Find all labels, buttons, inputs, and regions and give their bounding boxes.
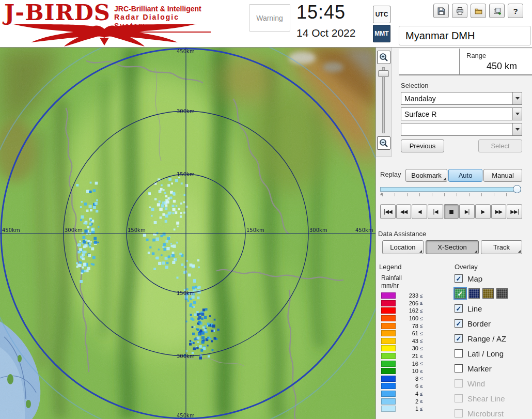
wind-checkbox	[455, 379, 463, 387]
legend-row: 6≤	[381, 382, 448, 390]
print-button[interactable]	[452, 4, 467, 18]
utc-toggle-button[interactable]: UTC	[373, 6, 390, 23]
open-folder-icon	[474, 7, 483, 15]
playback-skip-to-end-button[interactable]: ▶▶|	[507, 204, 522, 219]
legend-unit: mm/hr	[381, 282, 399, 289]
product-dropdown-value: Surface R	[401, 108, 512, 120]
zoom-out-button[interactable]	[377, 136, 390, 150]
overlay-item-line[interactable]: Line	[455, 303, 532, 314]
zoom-slider-thumb[interactable]	[378, 70, 389, 77]
extra-dropdown[interactable]	[401, 123, 522, 136]
range-ring-label: 300km	[177, 353, 195, 359]
save-button[interactable]	[433, 4, 449, 18]
border-checkbox[interactable]	[455, 319, 463, 328]
marker-checkbox[interactable]	[455, 364, 463, 373]
lte-symbol: ≤	[420, 331, 423, 336]
toolbar: ?	[433, 4, 523, 18]
help-button[interactable]: ?	[508, 4, 523, 18]
playback-stop-button[interactable]: ■	[444, 204, 459, 219]
mmt-toggle-button[interactable]: MMT	[373, 25, 390, 42]
legend-label: Legend	[379, 263, 401, 271]
range-az-label: Range / AZ	[467, 334, 506, 343]
lte-symbol: ≤	[420, 323, 423, 329]
overlay-item-lati-long[interactable]: Lati / Long	[455, 348, 532, 359]
timeline-thumb[interactable]	[513, 185, 521, 193]
x-section-button[interactable]: X-Section	[426, 240, 479, 254]
timeline-track[interactable]	[380, 187, 521, 192]
lati-long-checkbox[interactable]	[455, 349, 463, 358]
legend-value: 21	[400, 353, 418, 359]
x-section-label: X-Section	[437, 243, 466, 251]
playback-next-frame-button[interactable]: ▶|	[459, 204, 475, 219]
range-ring-label: 450km	[2, 227, 20, 233]
wind-label: Wind	[467, 379, 485, 388]
previous-button[interactable]: Previous	[401, 139, 444, 152]
overlay-item-border[interactable]: Border	[455, 318, 532, 329]
selection-label: Selection	[401, 82, 428, 89]
range-ring-label: 300km	[309, 227, 327, 233]
timeline-ticks	[382, 193, 516, 196]
product-dropdown-button[interactable]	[512, 108, 522, 120]
legend-color-swatch	[381, 338, 396, 344]
map-label: Map	[467, 274, 482, 283]
overlay-item-range-az[interactable]: Range / AZ	[455, 333, 532, 344]
legend-row: 21≤	[381, 352, 448, 360]
select-button[interactable]: Select	[478, 139, 522, 152]
playback-fast-forward-button[interactable]: ▶▶	[491, 204, 507, 219]
radar-map[interactable]: 450km300km150km150km300km450km450km300km…	[0, 48, 375, 419]
legend-row: 10≤	[381, 367, 448, 375]
clock-time: 15:45	[296, 2, 346, 23]
site-dropdown[interactable]: Mandalay	[401, 92, 522, 105]
range-ring-label: 150km	[177, 172, 195, 177]
previous-label: Previous	[410, 142, 436, 150]
range-az-checkbox[interactable]	[455, 334, 463, 343]
line-checkbox[interactable]	[455, 304, 463, 313]
overlay-item-map[interactable]: Map	[455, 273, 532, 284]
map-style-swatch-1[interactable]	[455, 288, 466, 299]
lte-symbol: ≤	[420, 300, 423, 306]
chevron-down-icon	[515, 128, 520, 131]
legend-row: 4≤	[381, 390, 448, 398]
lte-symbol: ≤	[420, 338, 423, 344]
menu-corner-icon	[475, 250, 477, 253]
lte-symbol: ≤	[420, 353, 423, 359]
map-checkbox[interactable]	[455, 274, 463, 283]
legend-value: 10	[400, 368, 418, 374]
auto-button[interactable]: Auto	[448, 169, 482, 182]
playback-fast-rewind-button[interactable]: ◀◀	[396, 204, 412, 219]
logo-subtitle-line1: JRC-Brilliant & Intelligent	[114, 5, 211, 13]
playback-step-back-button[interactable]: ◀	[412, 204, 427, 219]
legend-value: 2	[400, 398, 418, 405]
map-style-swatch-3[interactable]	[482, 288, 494, 299]
warning-button[interactable]: Warning	[249, 4, 290, 32]
new-window-button[interactable]	[489, 4, 505, 18]
track-button[interactable]: Track	[481, 240, 522, 254]
legend-value: 1	[400, 406, 418, 412]
playback-previous-frame-button[interactable]: |◀	[428, 204, 443, 219]
playback-skip-to-start-button[interactable]: |◀◀	[380, 204, 396, 219]
open-folder-button[interactable]	[471, 4, 486, 18]
overlay-item-wind: Wind	[455, 378, 532, 389]
playback-play-button[interactable]: ▶	[475, 204, 491, 219]
range-ring-label: 300km	[65, 227, 83, 233]
overlay-item-marker[interactable]: Marker	[455, 363, 532, 374]
lte-symbol: ≤	[420, 406, 423, 412]
legend-row: 2≤	[381, 397, 448, 405]
manual-button[interactable]: Manual	[483, 169, 522, 182]
map-style-swatch-2[interactable]	[468, 288, 480, 299]
location-button[interactable]: Location	[382, 240, 424, 254]
print-icon	[456, 7, 464, 15]
zoom-in-button[interactable]	[377, 51, 390, 64]
zoom-slider-track[interactable]	[382, 67, 385, 133]
product-dropdown[interactable]: Surface R	[401, 107, 522, 120]
bookmark-button[interactable]: Bookmark	[405, 169, 447, 182]
legend-value: 78	[400, 323, 418, 329]
site-dropdown-button[interactable]	[512, 92, 522, 104]
map-style-swatch-4[interactable]	[496, 288, 508, 299]
clock-date: 14 Oct 2022	[296, 27, 355, 39]
jbirds-logo: J-BIRDS JRC-Brilliant & Intelligent Rada…	[4, 1, 211, 46]
legend-color-swatch	[381, 368, 396, 374]
extra-dropdown-button[interactable]	[512, 123, 522, 135]
radar-map-area: 450km300km150km150km300km450km450km300km…	[0, 48, 375, 419]
range-ring-label: 450km	[177, 49, 195, 54]
